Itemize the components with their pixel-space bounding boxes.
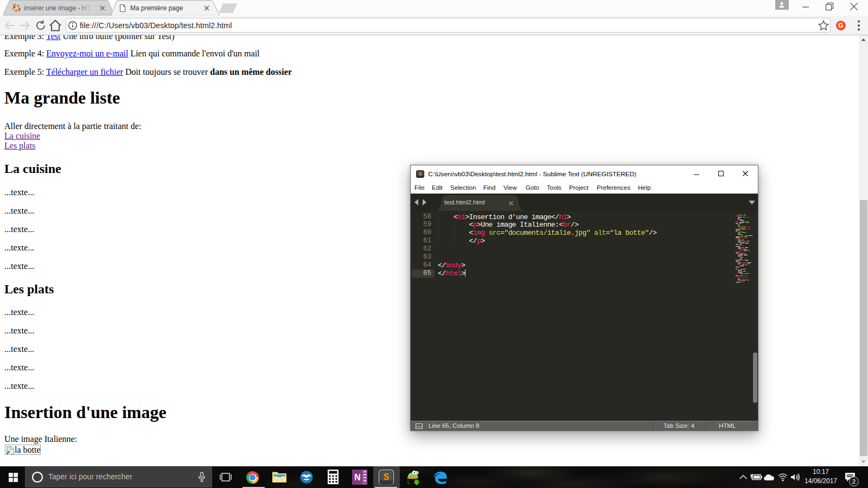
svg-text:G: G [838, 22, 843, 29]
svg-text:N: N [354, 473, 361, 482]
svg-text:2: 2 [852, 478, 856, 485]
svg-text:S: S [418, 171, 422, 177]
svg-text:S: S [384, 472, 390, 481]
